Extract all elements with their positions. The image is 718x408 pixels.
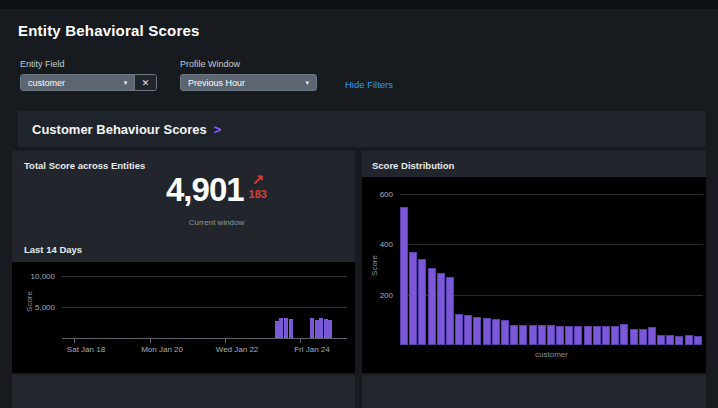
x-tick-mark [150, 339, 151, 343]
entity-field-value: customer [28, 78, 118, 88]
total-score-panel-title: Total Score across Entities [24, 160, 145, 171]
bar[interactable] [483, 318, 491, 345]
bar[interactable] [675, 336, 683, 345]
gridline [62, 276, 347, 277]
gridline [400, 194, 703, 195]
x-tick-label: Sat Jan 18 [67, 345, 105, 354]
profile-window-label: Profile Window [180, 59, 240, 69]
bar[interactable] [446, 277, 454, 345]
x-tick-label: Wed Jan 22 [216, 345, 259, 354]
bar[interactable] [602, 326, 610, 345]
chevron-down-icon: ▾ [124, 79, 128, 86]
bar[interactable] [547, 325, 555, 345]
total-score-value: 4,901 [166, 173, 244, 206]
bar[interactable] [464, 315, 472, 345]
bar[interactable] [556, 326, 564, 345]
score-distribution-panel: Score Distribution 200400600customerScor… [362, 151, 706, 373]
y-axis-label: Score [25, 266, 34, 338]
dashboard: Entity Behavioral Scores Entity Field cu… [0, 0, 718, 408]
bar[interactable] [519, 325, 527, 345]
y-tick-label: 5,000 [12, 303, 55, 312]
section-title: Customer Behaviour Scores [32, 122, 207, 137]
trend-up-arrow-icon: ↗ [252, 172, 265, 187]
bar[interactable] [455, 314, 463, 345]
bar[interactable] [538, 325, 546, 345]
bar[interactable] [648, 327, 656, 345]
bar[interactable] [418, 259, 426, 345]
clear-filter-button[interactable]: ✕ [134, 75, 156, 90]
spark-bar[interactable] [275, 321, 279, 338]
bar[interactable] [620, 324, 628, 345]
y-axis-label: Score [370, 229, 379, 301]
trend-indicator: ↗ 183 [249, 172, 267, 200]
sparkline-chart: 5,00010,000Sat Jan 18Mon Jan 20Wed Jan 2… [12, 262, 355, 373]
bar[interactable] [611, 326, 619, 345]
x-tick-mark [225, 339, 226, 343]
entity-field-dropdown[interactable]: customer ▾ [21, 75, 134, 90]
bar[interactable] [400, 207, 408, 345]
gridline [62, 307, 347, 308]
x-axis-line [62, 338, 347, 339]
spark-bar[interactable] [319, 318, 323, 338]
bar[interactable] [473, 317, 481, 345]
x-tick-label: Mon Jan 20 [141, 345, 183, 354]
x-tick-mark [300, 339, 301, 343]
bar[interactable] [657, 335, 665, 345]
bar[interactable] [574, 326, 582, 345]
sparkline-title: Last 14 Days [24, 244, 82, 255]
chevron-right-icon: > [214, 122, 222, 137]
bar[interactable] [685, 335, 693, 345]
x-axis-label: customer [400, 350, 703, 359]
next-row-panel-right [362, 375, 706, 408]
spark-bar[interactable] [279, 318, 283, 338]
bar[interactable] [639, 329, 647, 345]
current-window-caption: Current window [45, 218, 388, 227]
spark-bar[interactable] [289, 319, 293, 338]
bar[interactable] [630, 329, 638, 345]
gridline [400, 244, 703, 245]
trend-delta-value: 183 [249, 189, 267, 200]
entity-field-label: Entity Field [20, 59, 65, 69]
total-score-panel: Total Score across Entities 4,901 ↗ 183 … [12, 151, 355, 373]
bar[interactable] [510, 325, 518, 345]
distribution-chart: 200400600customerScore [362, 177, 706, 373]
hide-filters-link[interactable]: Hide Filters [345, 79, 393, 90]
top-strip [0, 0, 718, 9]
bar[interactable] [565, 326, 573, 345]
profile-window-dropdown[interactable]: Previous Hour ▾ [180, 74, 317, 91]
entity-field-control: customer ▾ ✕ [20, 74, 157, 91]
score-distribution-title: Score Distribution [372, 160, 454, 171]
bar[interactable] [501, 320, 509, 345]
spark-bar[interactable] [284, 318, 288, 338]
x-tick-label: Fri Jan 24 [294, 345, 330, 354]
single-value-group: 4,901 ↗ 183 [45, 173, 388, 206]
close-icon: ✕ [142, 78, 150, 88]
x-tick-mark [74, 339, 75, 343]
page-title: Entity Behavioral Scores [18, 22, 200, 39]
spark-bar[interactable] [328, 320, 332, 338]
spark-bar[interactable] [315, 320, 319, 338]
bar[interactable] [529, 325, 537, 345]
bar[interactable] [492, 319, 500, 345]
bar[interactable] [593, 326, 601, 345]
y-tick-label: 10,000 [12, 272, 55, 281]
bar[interactable] [409, 252, 417, 345]
bar[interactable] [666, 335, 674, 345]
bar[interactable] [437, 273, 445, 345]
next-row-panel-left [12, 375, 355, 408]
spark-bar[interactable] [310, 318, 314, 338]
profile-window-value: Previous Hour [188, 78, 299, 88]
bar[interactable] [694, 336, 702, 345]
chevron-down-icon: ▾ [305, 79, 309, 86]
section-header-customer-behaviour-scores[interactable]: Customer Behaviour Scores > [18, 111, 706, 147]
bar[interactable] [428, 268, 436, 345]
y-tick-label: 600 [362, 190, 393, 199]
bar[interactable] [584, 326, 592, 345]
